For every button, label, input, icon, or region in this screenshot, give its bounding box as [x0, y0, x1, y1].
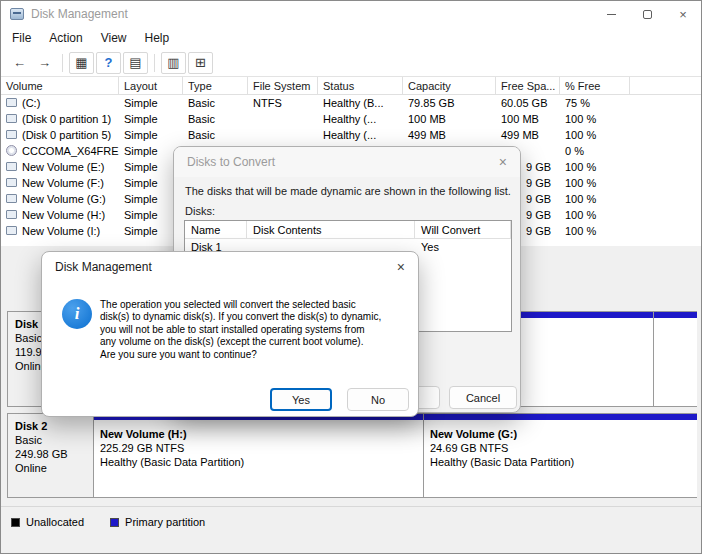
menu-action[interactable]: Action — [40, 27, 91, 49]
volume-capacity: 100 MB — [403, 111, 496, 127]
volume-name: (Disk 0 partition 5) — [22, 129, 111, 141]
partition-status: Healthy (Basic Data Partition) — [430, 455, 697, 469]
disks-label: Disks: — [185, 205, 215, 217]
table-row[interactable]: (Disk 0 partition 5) Simple Basic Health… — [1, 127, 701, 143]
disk-volume-icon — [6, 178, 17, 187]
table-row[interactable]: (Disk 0 partition 1) Simple Basic Health… — [1, 111, 701, 127]
volume-name: New Volume (F:) — [22, 177, 104, 189]
toolbar-separator — [62, 54, 63, 72]
volume-fs — [248, 127, 318, 143]
legend-unallocated-label: Unallocated — [26, 516, 84, 528]
volume-layout: Simple — [119, 111, 183, 127]
legend: Unallocated Primary partition — [1, 506, 701, 554]
menu-help[interactable]: Help — [136, 27, 179, 49]
back-icon[interactable]: ← — [7, 52, 32, 74]
column-file-system[interactable]: File System — [248, 77, 318, 94]
dialog-titlebar: Disk Management × — [42, 252, 418, 282]
partition-status: Healthy (Basic Data Partition) — [100, 455, 423, 469]
cancel-button[interactable]: Cancel — [449, 386, 517, 409]
volume-status: Healthy (... — [318, 111, 403, 127]
views-icon[interactable]: ▥ — [161, 52, 186, 74]
column-volume[interactable]: Volume — [1, 77, 119, 94]
volume-pct-free: 100 % — [560, 159, 630, 175]
disk1-partition-2[interactable] — [654, 312, 697, 406]
volume-layout: Simple — [119, 95, 183, 111]
disk2-partition-g[interactable]: New Volume (G:) 24.69 GB NTFS Healthy (B… — [424, 414, 697, 497]
volume-pct-free: 100 % — [560, 127, 630, 143]
disk-volume-icon — [6, 226, 17, 235]
column-type[interactable]: Type — [183, 77, 248, 94]
volume-type: Basic — [183, 127, 248, 143]
volume-layout: Simple — [119, 127, 183, 143]
column-capacity[interactable]: Capacity — [403, 77, 496, 94]
help-icon[interactable]: ? — [96, 52, 121, 74]
volume-name: New Volume (G:) — [22, 193, 106, 205]
confirm-dialog: Disk Management × i The operation you se… — [41, 251, 419, 417]
partition-detail: 225.29 GB NTFS — [100, 441, 423, 455]
primary-partition-swatch — [110, 518, 119, 527]
column-layout[interactable]: Layout — [119, 77, 183, 94]
volume-name: CCCOMA_X64FRE... — [22, 145, 119, 157]
volume-list-header: Volume Layout Type File System Status Ca… — [1, 77, 701, 95]
volume-fs: NTFS — [248, 95, 318, 111]
volume-pct-free: 100 % — [560, 223, 630, 239]
legend-primary-label: Primary partition — [125, 516, 205, 528]
disk-size: 249.98 GB — [15, 447, 93, 461]
panel-icon[interactable]: ▤ — [123, 52, 148, 74]
menu-file[interactable]: File — [3, 27, 40, 49]
menu-view[interactable]: View — [92, 27, 136, 49]
column-will-convert[interactable]: Will Convert — [415, 221, 511, 238]
close-icon: × — [679, 7, 687, 22]
confirm-message: The operation you selected will convert … — [100, 299, 381, 361]
volume-capacity: 79.85 GB — [403, 95, 496, 111]
disk-name: Disk 2 — [15, 419, 93, 433]
will-convert-cell: Yes — [415, 239, 511, 255]
column-status[interactable]: Status — [318, 77, 403, 94]
disk2-label[interactable]: Disk 2 Basic 249.98 GB Online — [8, 414, 94, 497]
volume-name: (Disk 0 partition 1) — [22, 113, 111, 125]
volume-status: Healthy (... — [318, 127, 403, 143]
table-row[interactable]: (C:) Simple Basic NTFS Healthy (B... 79.… — [1, 95, 701, 111]
dialog-title: Disk Management — [55, 260, 152, 274]
column-disk-contents[interactable]: Disk Contents — [247, 221, 415, 238]
volume-name: (C:) — [22, 97, 40, 109]
close-icon[interactable]: × — [499, 154, 507, 170]
column-pct-free[interactable]: % Free — [560, 77, 630, 94]
actions-icon[interactable]: ⊞ — [188, 52, 213, 74]
volume-type: Basic — [183, 95, 248, 111]
dialog-message: The disks that will be made dynamic are … — [185, 185, 511, 197]
disk-volume-icon — [6, 114, 17, 123]
disk-volume-icon — [6, 210, 17, 219]
menubar: File Action View Help — [1, 27, 701, 49]
volume-free: 60.05 GB — [496, 95, 560, 111]
disk-type: Basic — [15, 433, 93, 447]
cd-rom-icon — [6, 145, 17, 156]
close-icon[interactable]: × — [397, 259, 405, 275]
disk2-row: Disk 2 Basic 249.98 GB Online New Volume… — [7, 413, 697, 498]
disk-volume-icon — [6, 98, 17, 107]
no-button[interactable]: No — [347, 388, 409, 411]
console-tree-icon[interactable]: ▦ — [69, 52, 94, 74]
volume-type: Basic — [183, 111, 248, 127]
forward-icon[interactable]: → — [32, 52, 57, 74]
volume-name: New Volume (I:) — [22, 225, 100, 237]
disk-volume-icon — [6, 194, 17, 203]
maximize-icon — [643, 10, 652, 19]
close-button[interactable]: × — [665, 1, 701, 27]
app-icon — [10, 8, 24, 20]
minimize-button[interactable] — [593, 1, 629, 27]
column-name[interactable]: Name — [185, 221, 247, 238]
volume-status: Healthy (B... — [318, 95, 403, 111]
volume-pct-free: 100 % — [560, 207, 630, 223]
disk-volume-icon — [6, 130, 17, 139]
dialog-titlebar: Disks to Convert × — [174, 147, 520, 177]
volume-pct-free: 100 % — [560, 191, 630, 207]
maximize-button[interactable] — [629, 1, 665, 27]
column-free-space[interactable]: Free Spa... — [496, 77, 560, 94]
listbox-header: Name Disk Contents Will Convert — [185, 221, 511, 239]
volume-pct-free: 100 % — [560, 111, 630, 127]
column-filler — [630, 77, 701, 94]
disk2-partition-h[interactable]: New Volume (H:) 225.29 GB NTFS Healthy (… — [94, 414, 424, 497]
yes-button[interactable]: Yes — [270, 388, 332, 411]
disk-management-window: Disk Management × File Action View Help … — [0, 0, 702, 554]
